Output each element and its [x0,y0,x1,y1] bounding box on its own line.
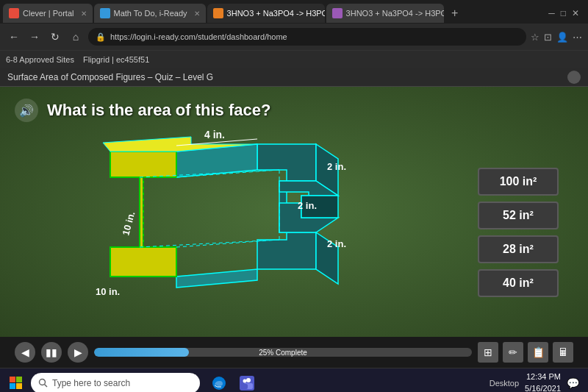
bookmarks-bar: 6-8 Approved Sites Flipgrid | ec455f51 [0,50,588,68]
refresh-button[interactable]: ↻ [47,31,63,43]
page-title-bar: Surface Area of Composed Figures – Quiz … [0,68,588,87]
new-tab-button[interactable]: + [445,4,465,23]
taskbar-right: Desktop 12:34 PM 5/16/2021 💬 [490,371,584,392]
page-menu-icon[interactable] [567,71,581,84]
svg-text:2 in.: 2 in. [298,200,317,211]
taskbar-edge-icon[interactable] [207,371,231,393]
tab-label-chem2: 3HNO3 + Na3PO4 -> H3PO4 + [346,9,444,18]
tab-favicon-chem2 [332,8,343,18]
tab-active[interactable]: 3HNO3 + Na3PO4 -> H3PO4 + ✕ [207,4,325,23]
close-button[interactable]: ✕ [572,8,579,18]
start-button[interactable] [4,371,28,393]
maximize-button[interactable]: □ [561,8,566,18]
settings-icon[interactable]: ⋯ [573,32,582,43]
sound-button[interactable]: 🔊 [15,99,38,122]
tab-iready[interactable]: Math To Do, i-Ready ✕ [94,4,206,23]
page-title: Surface Area of Composed Figures – Quiz … [7,72,213,82]
taskbar-teams-icon[interactable] [235,371,259,393]
clock-time: 12:34 PM [525,371,561,382]
desktop-label: Desktop [490,379,519,388]
svg-line-28 [45,385,48,388]
minimize-button[interactable]: ─ [548,8,555,18]
profile-icon[interactable]: 👤 [556,32,568,43]
answer-button-2[interactable]: 52 in² [478,202,559,229]
notification-icon[interactable]: 💬 [567,377,579,389]
search-icon [38,378,48,388]
bookmark-flipgrid[interactable]: Flipgrid | ec455f51 [83,55,149,64]
home-button[interactable]: ⌂ [68,31,84,43]
taskbar-pinned-icons [207,371,259,393]
figure-container: 4 in. 10 in. 2 in. 2 in. 2 in. 10 in. 10… [15,129,573,335]
answer-button-1[interactable]: 100 in² [478,168,559,196]
tab-favicon-iready [100,8,110,18]
tab-close-iready[interactable]: ✕ [194,10,200,18]
svg-rect-25 [10,383,15,389]
svg-point-27 [40,379,46,385]
tab-close-clever[interactable]: ✕ [81,10,87,18]
question-row: 🔊 What is the area of this face? [15,99,573,122]
tab-label-iready: Math To Do, i-Ready [114,9,187,18]
forward-button[interactable]: → [26,31,43,43]
svg-rect-34 [242,384,248,389]
forward-ctrl-button[interactable]: ▶ [68,342,88,363]
windows-logo-icon [10,377,23,390]
tab-bar: Clever | Portal ✕ Math To Do, i-Ready ✕ … [0,0,588,24]
answer-button-3[interactable]: 28 in² [478,235,559,263]
tab-clever[interactable]: Clever | Portal ✕ [3,4,93,23]
clock-date: 5/16/2021 [525,383,561,393]
tab-favicon-active [213,8,223,18]
browser-chrome: Clever | Portal ✕ Math To Do, i-Ready ✕ … [0,0,588,68]
svg-text:10 in.: 10 in. [120,210,137,237]
svg-text:2 in.: 2 in. [327,161,346,172]
svg-marker-5 [176,269,257,288]
back-button[interactable]: ← [6,31,22,43]
taskbar-search-box[interactable]: Type here to search [31,373,200,393]
tool-icons: ⊞ ✏ 📋 🖩 [478,342,573,363]
notes-tool-icon[interactable]: 📋 [528,342,548,363]
grid-tool-icon[interactable]: ⊞ [478,342,498,363]
browser-action-icons: ☆ ⊡ 👤 ⋯ [531,32,582,43]
search-placeholder-text: Type here to search [52,378,130,388]
taskbar: Type here to search Desktop 12:34 PM 5/1… [0,368,588,392]
answer-buttons: 100 in² 52 in² 28 in² 40 in² [478,168,559,297]
svg-point-33 [243,379,247,382]
pause-ctrl-button[interactable]: ▮▮ [41,342,62,363]
progress-track: 25% Complete [94,348,472,357]
progress-bar-area: ◀ ▮▮ ▶ 25% Complete ⊞ ✏ 📋 🖩 [0,337,588,368]
shape-svg: 4 in. 10 in. 2 in. 2 in. 2 in. 10 in. [22,129,360,332]
svg-rect-26 [16,383,22,389]
address-row: ← → ↻ ⌂ 🔒 https://login.i-ready.com/stud… [0,24,588,50]
svg-text:4 in.: 4 in. [204,129,225,140]
address-bar[interactable]: 🔒 https://login.i-ready.com/student/dash… [88,28,526,46]
svg-text:10 in.: 10 in. [96,286,120,297]
answer-button-4[interactable]: 40 in² [478,269,559,297]
star-icon[interactable]: ☆ [531,32,539,43]
tab-label-clever: Clever | Portal [23,9,74,18]
svg-point-31 [246,378,251,382]
lock-icon: 🔒 [96,32,106,42]
tab-favicon-clever [9,8,19,18]
svg-text:2 in.: 2 in. [327,238,346,249]
taskbar-clock: 12:34 PM 5/16/2021 [525,371,561,392]
tab-label-active: 3HNO3 + Na3PO4 -> H3PO4 + [227,9,325,18]
svg-rect-24 [16,377,22,382]
tab-chem2[interactable]: 3HNO3 + Na3PO4 -> H3PO4 + ✕ [326,4,444,23]
pencil-tool-icon[interactable]: ✏ [503,342,523,363]
shape-area: 4 in. 10 in. 2 in. 2 in. 2 in. 10 in. [22,129,368,335]
bookmark-approved-sites[interactable]: 6-8 Approved Sites [6,55,74,64]
calc-tool-icon[interactable]: 🖩 [553,342,573,363]
progress-text: 25% Complete [94,349,472,357]
back-ctrl-button[interactable]: ◀ [15,342,35,363]
svg-rect-23 [10,377,15,382]
quiz-area: 🔊 What is the area of this face? [0,87,588,337]
question-text: What is the area of this face? [47,101,270,120]
url-text: https://login.i-ready.com/student/dashbo… [110,32,287,41]
collection-icon[interactable]: ⊡ [544,32,552,43]
